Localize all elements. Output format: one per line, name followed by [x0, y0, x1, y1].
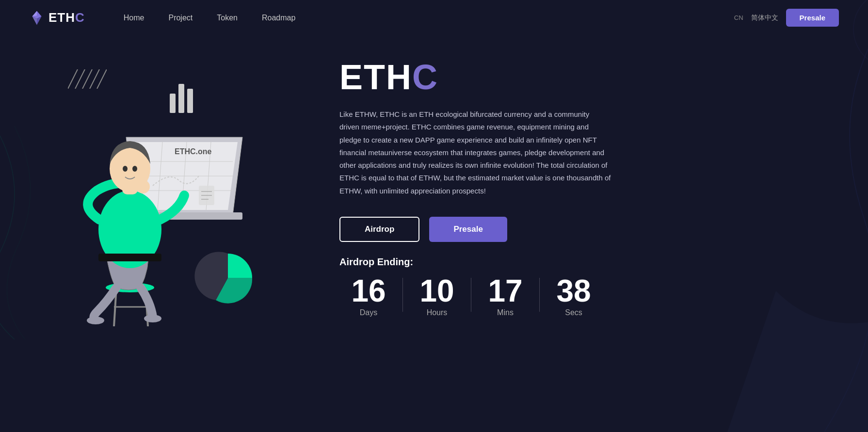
svg-rect-30 — [98, 254, 161, 261]
svg-rect-12 — [187, 89, 193, 113]
mins-value: 17 — [488, 275, 522, 306]
svg-point-27 — [87, 317, 104, 324]
hours-text: Hours — [427, 308, 448, 317]
hours-value: 10 — [419, 275, 454, 306]
svg-rect-10 — [170, 94, 176, 113]
days-text: Days — [360, 308, 377, 317]
countdown-hours: 10 Hours — [408, 275, 466, 317]
countdown-timer: 16 Days 10 Hours 17 Mins 38 Secs — [339, 275, 839, 317]
svg-marker-4 — [32, 11, 37, 16]
hero-title: ETHC — [339, 60, 839, 95]
countdown-label: Airdrop Ending: — [339, 256, 839, 268]
action-buttons: Airdrop Presale — [339, 217, 839, 242]
main-illustration: ETHC.one — [19, 55, 291, 326]
nav-item-project[interactable]: Project — [168, 14, 193, 22]
nav-links: Home Project Token Roadmap — [124, 14, 715, 22]
svg-point-35 — [132, 166, 137, 172]
nav-presale-button[interactable]: Presale — [786, 9, 839, 27]
countdown-days: 16 Days — [339, 275, 398, 317]
nav-right: CN 简体中文 Presale — [734, 9, 839, 27]
lang-label[interactable]: 简体中文 — [751, 14, 778, 22]
lang-code: CN — [734, 14, 743, 21]
main-content: ETHC.one — [0, 35, 868, 336]
secs-value: 38 — [556, 275, 591, 306]
countdown-divider-1 — [402, 278, 403, 312]
nav-item-token[interactable]: Token — [217, 14, 238, 22]
svg-point-28 — [144, 315, 161, 322]
countdown-divider-2 — [471, 278, 471, 312]
right-content: ETHC Like ETHW, ETHC is an ETH ecologica… — [301, 45, 839, 317]
svg-rect-11 — [178, 84, 184, 113]
secs-text: Secs — [565, 308, 582, 317]
presale-button[interactable]: Presale — [429, 217, 507, 242]
days-value: 16 — [351, 275, 386, 306]
countdown-divider-3 — [539, 278, 540, 312]
logo-text: ETHC — [48, 10, 85, 25]
countdown-secs: 38 Secs — [545, 275, 603, 317]
svg-text:ETHC.one: ETHC.one — [175, 147, 212, 156]
nav-item-roadmap[interactable]: Roadmap — [262, 14, 295, 22]
navigation: ETHC Home Project Token Roadmap CN 简体中文 … — [0, 0, 868, 35]
countdown-mins: 17 Mins — [476, 275, 534, 317]
airdrop-button[interactable]: Airdrop — [339, 217, 419, 242]
eth-logo-icon — [29, 10, 45, 26]
logo[interactable]: ETHC — [29, 10, 85, 26]
illustration-area: ETHC.one — [29, 45, 301, 336]
hero-description: Like ETHW, ETHC is an ETH ecological bif… — [339, 108, 611, 197]
countdown-section: Airdrop Ending: 16 Days 10 Hours 17 Mins — [339, 256, 839, 317]
nav-item-home[interactable]: Home — [124, 14, 145, 22]
mins-text: Mins — [497, 308, 514, 317]
svg-point-34 — [123, 166, 128, 172]
